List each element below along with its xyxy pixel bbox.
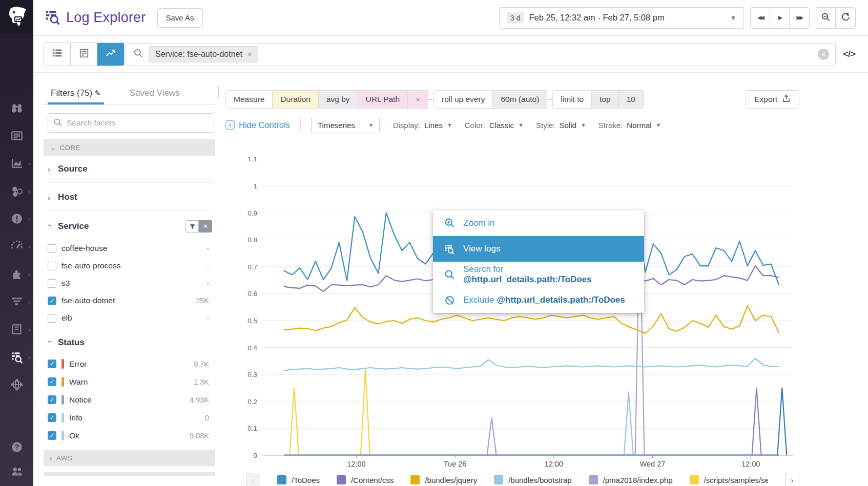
sidebar-item-integrations[interactable]: ›: [0, 261, 33, 288]
rollup-label-pill[interactable]: roll up every: [433, 90, 493, 109]
facet-section-status[interactable]: › Status: [48, 329, 212, 355]
facet-search[interactable]: [48, 113, 214, 133]
area-chart-icon: [10, 157, 24, 172]
facet-row-s3[interactable]: s3-: [48, 274, 212, 292]
rollup-value-pill[interactable]: 60m (auto): [493, 90, 547, 109]
sidebar-item-events[interactable]: [0, 123, 33, 150]
chevron-right-icon: ›: [28, 188, 30, 195]
facet-label: fse-auto-process: [61, 261, 120, 270]
facet-group-next[interactable]: [44, 472, 215, 476]
group-by-pill[interactable]: URL Path: [358, 90, 408, 109]
checkbox[interactable]: ✓: [48, 395, 56, 404]
log-search-input[interactable]: Service: fse-auto-dotnet × ✕: [127, 43, 836, 66]
facet-row-elb[interactable]: elb-: [48, 309, 212, 327]
agg-pill[interactable]: avg by: [319, 90, 358, 109]
timeseries-view-button[interactable]: [97, 43, 124, 66]
time-forward-button[interactable]: ▶▶: [790, 8, 809, 28]
facet-row-fse-auto-dotnet[interactable]: ✓fse-auto-dotnet25K: [48, 292, 212, 309]
facet-filter-button[interactable]: [185, 220, 199, 233]
time-back-button[interactable]: ◀◀: [751, 8, 770, 28]
limit-value-pill[interactable]: 10: [619, 90, 644, 109]
menu-item-exclude[interactable]: Exclude @http.url_details.path:/ToDoes: [433, 287, 644, 313]
time-range-picker[interactable]: 3 d Feb 25, 12:32 am - Feb 27, 5:08 pm ▼: [499, 7, 744, 29]
sidebar-item-users[interactable]: [0, 460, 33, 484]
menu-item-search-for[interactable]: Search for @http.url_details.path:/ToDoe…: [433, 262, 644, 287]
zoom-out-button[interactable]: [816, 8, 836, 28]
legend-next-button[interactable]: ›: [785, 473, 799, 486]
checkbox[interactable]: [48, 314, 56, 323]
sidebar-item-synthetics[interactable]: [0, 372, 33, 398]
color-control[interactable]: Color: Classic ▼: [465, 121, 524, 130]
sidebar-item-infrastructure[interactable]: ›: [0, 178, 33, 205]
menu-item-zoom-in[interactable]: Zoom in: [433, 210, 644, 236]
menu-item-view-logs[interactable]: View logs: [433, 236, 644, 262]
sidebar-item-watchdog[interactable]: [0, 95, 33, 122]
hide-controls-button[interactable]: ‹ Hide Controls: [225, 120, 290, 130]
svg-text:0.5: 0.5: [247, 317, 257, 325]
edit-pencil-icon[interactable]: ✎: [94, 89, 101, 97]
checkbox[interactable]: ✓: [48, 431, 56, 440]
style-control[interactable]: Style: Solid ▼: [536, 121, 586, 130]
facet-search-input[interactable]: [67, 118, 209, 128]
facet-group-core[interactable]: ⌄ CORE: [44, 139, 215, 156]
facet-row-Error[interactable]: ✓Error9.7K: [48, 355, 212, 373]
filter-chip-service[interactable]: Service: fse-auto-dotnet ×: [149, 46, 258, 62]
svg-text:Tue 26: Tue 26: [444, 460, 467, 468]
facet-section-source[interactable]: › Source: [48, 156, 212, 181]
facet-clear-button[interactable]: ✕: [199, 220, 212, 233]
checkbox[interactable]: [48, 244, 56, 253]
legend-item-/bundles/bootstrap[interactable]: /bundles/bootstrap: [494, 475, 571, 484]
datadog-logo[interactable]: [0, 0, 33, 34]
legend-item-/scripts/samples/sea[interactable]: /scripts/samples/sea: [690, 475, 769, 484]
facet-section-service[interactable]: › Service ✕: [48, 212, 212, 240]
legend-item-/Content/css[interactable]: /Content/css: [337, 475, 394, 484]
tab-saved-views[interactable]: Saved Views: [130, 88, 180, 104]
visualization-select[interactable]: Timeseries ▼: [311, 117, 380, 133]
legend-prev-button[interactable]: ‹: [246, 473, 260, 486]
sidebar-item-metrics[interactable]: ›: [0, 234, 33, 260]
facet-group-aws[interactable]: › AWS: [44, 450, 215, 466]
limit-label-pill[interactable]: limit to: [552, 90, 592, 109]
chip-remove-icon[interactable]: ×: [247, 50, 252, 58]
tab-filters[interactable]: Filters (75)✎: [51, 88, 101, 104]
clear-search-button[interactable]: ✕: [818, 49, 829, 60]
limit-sort-pill[interactable]: top: [592, 90, 619, 109]
display-control[interactable]: Display: Lines ▼: [393, 121, 452, 130]
checkbox[interactable]: ✓: [48, 297, 56, 305]
checkbox[interactable]: ✓: [48, 413, 56, 422]
facet-row-coffee-house[interactable]: coffee-house-: [48, 240, 212, 257]
checkbox[interactable]: [48, 279, 56, 288]
facet-row-Info[interactable]: ✓Info0: [48, 409, 212, 427]
refresh-button[interactable]: [836, 8, 855, 28]
remove-group-by-button[interactable]: ×: [408, 90, 428, 109]
app-root: › › › › ›: [0, 0, 868, 486]
status-color-bar: [61, 431, 64, 440]
detail-view-button[interactable]: [71, 43, 97, 66]
sidebar-item-logs[interactable]: ›: [0, 344, 33, 371]
sidebar-item-apm[interactable]: ›: [0, 289, 33, 315]
facet-section-host[interactable]: › Host: [48, 184, 212, 209]
facet-row-Warn[interactable]: ✓Warn1.3K: [48, 373, 212, 391]
measure-value-pill[interactable]: Duration: [273, 90, 319, 109]
checkbox[interactable]: [48, 262, 56, 270]
stroke-control[interactable]: Stroke: Normal ▼: [598, 121, 662, 130]
save-as-button[interactable]: Save As: [157, 8, 203, 28]
facet-row-Ok[interactable]: ✓Ok9.08K: [48, 427, 212, 445]
legend-item-/pma2018/index.php[interactable]: /pma2018/index.php: [589, 475, 673, 484]
sidebar-item-help[interactable]: ?: [0, 436, 33, 459]
measure-pill[interactable]: Measure: [225, 90, 273, 109]
export-button[interactable]: Export: [746, 90, 799, 109]
facet-row-Notice[interactable]: ✓Notice4.93K: [48, 391, 212, 409]
checkbox[interactable]: ✓: [48, 377, 56, 386]
time-forward-live-button[interactable]: ▶: [770, 8, 790, 28]
sidebar-item-dashboards[interactable]: ›: [0, 151, 33, 177]
legend-item-/bundles/jquery[interactable]: /bundles/jquery: [410, 475, 477, 484]
logs-title-icon: [45, 9, 61, 27]
checkbox[interactable]: ✓: [48, 360, 56, 368]
query-syntax-toggle[interactable]: </>: [843, 49, 856, 59]
sidebar-item-monitors[interactable]: ›: [0, 206, 33, 233]
list-view-button[interactable]: [44, 43, 71, 66]
legend-item-/ToDoes[interactable]: /ToDoes: [277, 475, 320, 484]
facet-row-fse-auto-process[interactable]: fse-auto-process-: [48, 257, 212, 274]
sidebar-item-notebooks[interactable]: ›: [0, 316, 33, 343]
